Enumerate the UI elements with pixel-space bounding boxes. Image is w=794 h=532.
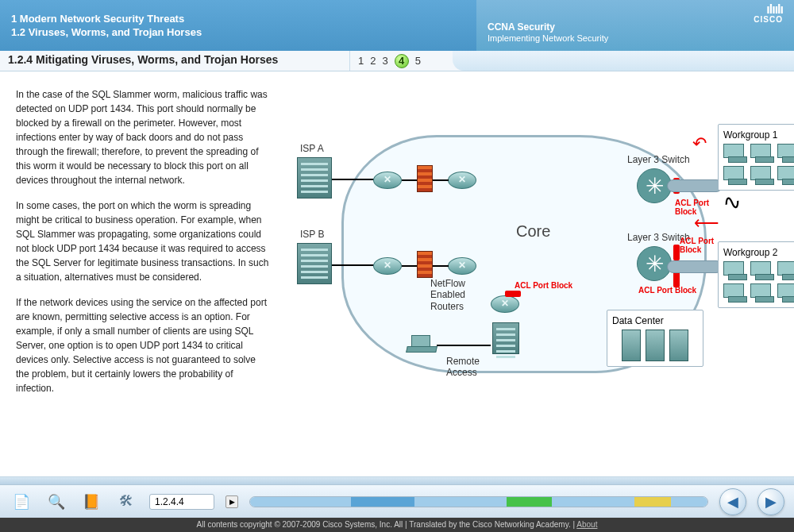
prev-button[interactable]: ◀ xyxy=(719,488,746,515)
server-icon xyxy=(646,330,665,361)
pipe-icon xyxy=(667,260,723,273)
isp-a-label: ISP A xyxy=(300,143,324,154)
header-right: ılıılı CISCO CCNA Security Implementing … xyxy=(476,0,794,51)
footer: 📄 🔍 📙 🛠 ▶ ◀ ▶ All contents copyright © 2… xyxy=(0,476,794,532)
page-1[interactable]: 1 xyxy=(358,55,364,67)
router-icon xyxy=(373,257,402,275)
page-3[interactable]: 3 xyxy=(382,55,387,67)
link-line xyxy=(402,265,417,267)
core-label: Core xyxy=(516,222,550,241)
data-center-servers xyxy=(622,330,688,361)
netflow-label: NetFlow Enabled Routers xyxy=(430,278,465,312)
glossary-button[interactable]: 📙 xyxy=(79,490,103,514)
data-center-title: Data Center xyxy=(612,315,664,326)
acl-block-icon xyxy=(673,272,680,287)
pc-icon xyxy=(777,283,794,303)
l3-switch-label-1: Layer 3 Switch xyxy=(627,154,690,165)
copyright-bar: All contents copyright © 2007-2009 Cisco… xyxy=(0,518,794,532)
remote-access-label: Remote Access xyxy=(446,356,480,379)
red-arrow-icon: ⟵ xyxy=(694,213,719,233)
paragraph-3: If the network devices using the service… xyxy=(16,295,270,395)
page-2[interactable]: 2 xyxy=(370,55,376,67)
header-left: 1 Modern Network Security Threats 1.2 Vi… xyxy=(0,0,476,51)
section-title: 1.2 Viruses, Worms, and Trojan Horses xyxy=(11,26,465,38)
router-icon xyxy=(491,295,519,313)
toolbar: 📄 🔍 📙 🛠 ▶ ◀ ▶ xyxy=(0,484,794,518)
worm-icon: ∿ xyxy=(720,187,742,216)
pc-icon xyxy=(750,144,774,163)
isp-b-label: ISP B xyxy=(300,229,324,240)
paragraph-1: In the case of the SQL Slammer worm, mal… xyxy=(16,87,270,187)
about-link[interactable]: About xyxy=(576,520,597,529)
course-name: CCNA Security xyxy=(488,21,783,33)
acl-port-block-label: ACL Port Block xyxy=(680,237,714,254)
main-content: In the case of the SQL Slammer worm, mal… xyxy=(0,71,794,492)
acl-port-block-label: ACL Port Block xyxy=(515,281,572,290)
red-arrow-icon: ↶ xyxy=(692,133,707,154)
chapter-title: 1 Modern Network Security Threats xyxy=(11,13,465,25)
paragraph-2: In some cases, the port on which the wor… xyxy=(16,199,270,284)
link-line xyxy=(437,345,491,346)
search-button[interactable]: 🔍 xyxy=(44,490,68,514)
lesson-text: In the case of the SQL Slammer worm, mal… xyxy=(0,71,278,492)
acl-block-icon xyxy=(505,291,521,297)
location-input[interactable] xyxy=(149,494,214,510)
pc-icon xyxy=(777,144,794,163)
workgroup-2-hosts xyxy=(723,261,794,303)
cisco-logo: ılıılı CISCO xyxy=(754,5,783,24)
link-line xyxy=(332,264,376,266)
tools-button[interactable]: 🛠 xyxy=(114,490,138,514)
router-icon xyxy=(448,172,476,189)
page-selector: 1 2 3 4 5 xyxy=(349,51,453,71)
workgroup-1-title: Workgroup 1 xyxy=(723,129,794,141)
workgroup-2-title: Workgroup 2 xyxy=(723,247,794,258)
pc-icon xyxy=(723,283,747,303)
course-subtitle: Implementing Network Security xyxy=(488,33,783,43)
pc-icon xyxy=(777,261,794,280)
pc-icon xyxy=(723,144,747,163)
pc-icon xyxy=(723,166,747,185)
pc-icon xyxy=(723,261,747,280)
router-icon xyxy=(448,257,476,275)
server-icon xyxy=(669,330,688,361)
index-button[interactable]: 📄 xyxy=(10,490,33,514)
page-4[interactable]: 4 xyxy=(395,54,409,68)
workgroup-1-hosts xyxy=(723,144,794,185)
pipe-icon xyxy=(667,179,723,192)
next-button[interactable]: ▶ xyxy=(757,488,784,515)
pc-icon xyxy=(750,261,774,280)
firewall-icon xyxy=(417,165,433,192)
progress-bar[interactable] xyxy=(249,496,708,507)
footer-divider xyxy=(0,476,794,484)
router-icon xyxy=(373,172,402,189)
firewall-icon xyxy=(417,251,433,278)
link-line xyxy=(332,179,376,180)
logo-bars-icon: ılıılı xyxy=(754,5,783,15)
acl-port-block-label: ACL Port Block xyxy=(638,286,696,295)
network-diagram: Core ISP A ISP B NetFlow Enabled Routers… xyxy=(278,71,794,492)
logo-text: CISCO xyxy=(754,15,783,24)
link-line xyxy=(433,179,449,181)
isp-a-rack-icon xyxy=(297,157,332,199)
subhead-fill xyxy=(453,51,794,71)
go-button[interactable]: ▶ xyxy=(225,495,238,508)
header: 1 Modern Network Security Threats 1.2 Vi… xyxy=(0,0,794,51)
workgroup-1-box: Workgroup 1 xyxy=(718,124,794,191)
pc-icon xyxy=(777,166,794,185)
copyright-text: All contents copyright © 2007-2009 Cisco… xyxy=(197,520,577,529)
topic-title: 1.2.4 Mitigating Viruses, Worms, and Tro… xyxy=(0,51,349,71)
remote-access-server-icon xyxy=(492,322,519,354)
acl-block-icon xyxy=(673,245,680,260)
data-center-box: Data Center xyxy=(607,310,703,367)
switch-icon xyxy=(637,246,672,281)
subheader: 1.2.4 Mitigating Viruses, Worms, and Tro… xyxy=(0,51,794,71)
pc-icon xyxy=(750,166,774,185)
server-icon xyxy=(622,330,641,361)
workgroup-2-box: Workgroup 2 xyxy=(718,241,794,308)
link-line xyxy=(433,265,449,267)
link-line xyxy=(402,179,417,181)
pc-icon xyxy=(750,283,774,303)
laptop-icon xyxy=(407,335,435,353)
page-5[interactable]: 5 xyxy=(415,55,421,67)
isp-b-rack-icon xyxy=(297,243,332,284)
